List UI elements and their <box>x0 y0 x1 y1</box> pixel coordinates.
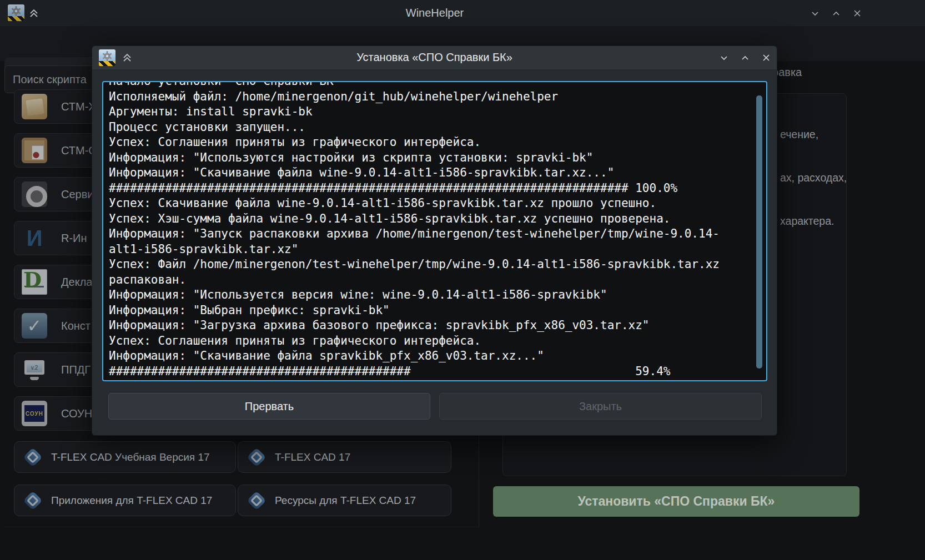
log-line: Успех: Файл /home/minergenon/test-winehe… <box>109 257 761 273</box>
dialog-titlebar: Установка «СПО Справки БК» <box>92 46 777 69</box>
maximize-button[interactable] <box>829 6 843 21</box>
soun-badge-icon: СОУН <box>22 401 47 426</box>
log-line: alt1-i586-spravkibk.tar.xz" <box>109 242 761 258</box>
close-dialog-button[interactable]: Закрыть <box>439 393 762 420</box>
letter-i-icon: И <box>22 225 47 251</box>
tflex-diamond-icon <box>21 489 44 512</box>
description-line: характера. <box>780 214 847 228</box>
install-spravki-bk-button[interactable]: Установить «СПО Справки БК» <box>493 486 859 517</box>
install-dialog: Установка «СПО Справки БК» Начало устано… <box>92 46 777 436</box>
soun-badge-text: СОУН <box>24 405 44 422</box>
tflex-diamond-icon <box>21 446 44 469</box>
script-item-label: Серви <box>61 178 94 211</box>
script-button-tflex-cad17[interactable]: T-FLEX CAD 17 <box>238 441 451 473</box>
log-line: Исполняемый файл: /home/minergenon/git_h… <box>109 89 761 105</box>
dialog-close-button[interactable] <box>759 51 773 65</box>
install-log-view[interactable]: Начало установки "СПО Справки БК" Исполн… <box>102 81 767 381</box>
log-progress-line: ########################################… <box>109 364 761 380</box>
script-button-tflex-edu[interactable]: T-FLEX CAD Учебная Версия 17 <box>14 441 236 473</box>
log-scrollbar[interactable] <box>756 95 762 369</box>
log-line: Информация: "Скачивание файла spravkibk_… <box>109 349 761 364</box>
abort-button[interactable]: Прервать <box>108 393 430 420</box>
crt-monitor-icon: v.2 <box>22 357 47 382</box>
chevron-down-icon <box>718 52 730 63</box>
log-line: Процесс установки запущен... <box>109 120 761 135</box>
dialog-title: Установка «СПО Справки БК» <box>92 51 777 64</box>
log-progress-line: ########################################… <box>109 181 761 196</box>
chevron-up-icon <box>740 52 751 63</box>
ring-icon <box>22 181 47 207</box>
tflex-diamond-icon <box>245 489 268 512</box>
log-line: Информация: "Используются настройки из с… <box>109 150 761 166</box>
main-titlebar: WineHelper <box>0 0 925 26</box>
close-icon <box>761 52 772 63</box>
script-button-tflex-res[interactable]: Ресурсы для T-FLEX CAD 17 <box>238 485 451 516</box>
winehelper-screen: WineHelper Автоматическая установка Ручн… <box>0 0 925 560</box>
panel-divider-horizontal <box>4 527 479 527</box>
script-item-label: R-Ин <box>61 221 87 255</box>
script-item-label: СОУН <box>61 397 92 430</box>
stm-archive-icon <box>22 94 47 119</box>
monitor-check-icon: ✓ <box>22 313 47 339</box>
script-button-label: Приложения для T-FLEX CAD 17 <box>51 485 212 516</box>
log-line: Информация: "Используется версия wine: w… <box>109 287 761 303</box>
log-line: Успех: Соглашения приняты из графическог… <box>109 334 761 349</box>
close-icon <box>852 8 863 19</box>
log-line: распакован. <box>109 273 761 288</box>
log-line: Информация: "Выбран префикс: spravki-bk" <box>109 303 761 319</box>
minimize-button[interactable] <box>808 6 822 21</box>
script-button-label: Ресурсы для T-FLEX CAD 17 <box>275 485 416 516</box>
chevron-down-icon <box>810 8 821 19</box>
log-line: Информация: "Загрузка архива базового пр… <box>109 318 761 334</box>
log-line: Успех: Хэш-сумма файла wine-9.0.14-alt1-… <box>109 211 761 227</box>
tflex-diamond-icon <box>245 446 268 469</box>
script-button-tflex-apps[interactable]: Приложения для T-FLEX CAD 17 <box>14 485 236 516</box>
log-line: Информация: "Скачивание файла wine-9.0.1… <box>109 165 761 181</box>
log-line: Информация: "Запуск распаковки архива /h… <box>109 226 761 242</box>
log-line: Успех: Соглашения приняты из графическог… <box>109 135 761 150</box>
script-button-label: T-FLEX CAD 17 <box>275 442 350 472</box>
monitor-stand <box>30 377 39 380</box>
declaration-doc-icon: D <box>22 269 47 295</box>
description-text-fragment: ечение, ах, расходах, характера. <box>780 98 847 257</box>
letter-d-glyph: D <box>23 267 42 292</box>
chevron-up-icon <box>831 8 842 19</box>
script-item-label: Декла <box>61 265 92 299</box>
log-line: Начало установки "СПО Справки БК" <box>109 81 761 89</box>
window-title: WineHelper <box>0 7 869 19</box>
script-button-label: T-FLEX CAD Учебная Версия 17 <box>51 442 210 472</box>
dialog-minimize-button[interactable] <box>717 51 731 65</box>
log-line: Успех: Скачивание файла wine-9.0.14-alt1… <box>109 196 761 211</box>
dialog-maximize-button[interactable] <box>738 51 752 65</box>
script-item-label: Конст <box>61 309 91 342</box>
description-line: ах, расходах, <box>780 170 847 185</box>
monitor-screen: v.2 <box>27 362 42 372</box>
stm-frame-icon <box>22 138 47 163</box>
script-item-label: ППДГ <box>61 353 91 386</box>
close-button[interactable] <box>850 6 864 21</box>
script-item-label: СТМ-Х <box>61 90 96 123</box>
log-line: Аргументы: install spravki-bk <box>109 104 761 120</box>
description-line: ечение, <box>780 127 847 142</box>
